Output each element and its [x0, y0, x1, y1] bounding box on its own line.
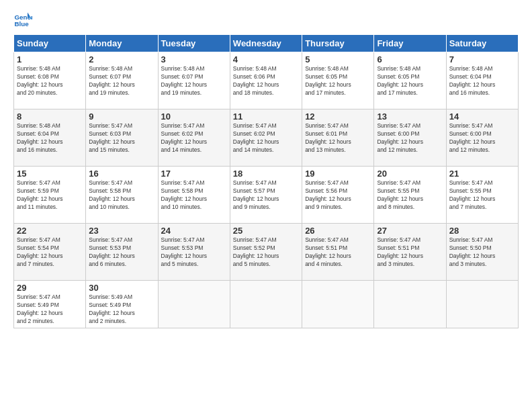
calendar-cell [158, 281, 230, 328]
day-info: Sunrise: 5:47 AM Sunset: 6:02 PM Dayligh… [161, 122, 227, 154]
day-info: Sunrise: 5:48 AM Sunset: 6:08 PM Dayligh… [17, 65, 83, 97]
header: General Blue [13, 10, 519, 29]
day-info: Sunrise: 5:48 AM Sunset: 6:04 PM Dayligh… [449, 65, 515, 97]
calendar-cell: 24Sunrise: 5:47 AM Sunset: 5:53 PM Dayli… [158, 224, 230, 281]
calendar-header-saturday: Saturday [446, 35, 518, 52]
day-info: Sunrise: 5:47 AM Sunset: 5:55 PM Dayligh… [377, 179, 443, 212]
calendar-week-row: 15Sunrise: 5:47 AM Sunset: 5:59 PM Dayli… [14, 167, 519, 224]
calendar-cell: 9Sunrise: 5:47 AM Sunset: 6:03 PM Daylig… [86, 109, 158, 167]
day-info: Sunrise: 5:48 AM Sunset: 6:04 PM Dayligh… [17, 122, 83, 154]
calendar-header-tuesday: Tuesday [158, 35, 230, 52]
day-info: Sunrise: 5:47 AM Sunset: 5:51 PM Dayligh… [305, 236, 371, 269]
day-number: 30 [89, 283, 154, 293]
calendar-cell: 1Sunrise: 5:48 AM Sunset: 6:08 PM Daylig… [14, 52, 86, 109]
calendar-header-monday: Monday [86, 35, 158, 52]
day-number: 27 [377, 226, 443, 236]
day-info: Sunrise: 5:47 AM Sunset: 5:52 PM Dayligh… [233, 236, 299, 269]
day-number: 8 [17, 111, 83, 122]
day-info: Sunrise: 5:47 AM Sunset: 5:59 PM Dayligh… [17, 179, 83, 212]
calendar-cell: 27Sunrise: 5:47 AM Sunset: 5:51 PM Dayli… [374, 224, 446, 281]
page: General Blue SundayMondayTuesdayWednesda… [0, 0, 532, 411]
calendar-cell: 14Sunrise: 5:47 AM Sunset: 6:00 PM Dayli… [446, 109, 518, 167]
day-number: 25 [233, 226, 299, 236]
day-number: 12 [305, 111, 371, 122]
calendar-cell: 21Sunrise: 5:47 AM Sunset: 5:55 PM Dayli… [446, 167, 518, 224]
logo: General Blue [13, 10, 35, 29]
calendar-cell: 20Sunrise: 5:47 AM Sunset: 5:55 PM Dayli… [374, 167, 446, 224]
calendar-cell: 6Sunrise: 5:48 AM Sunset: 6:05 PM Daylig… [374, 52, 446, 109]
day-info: Sunrise: 5:47 AM Sunset: 6:03 PM Dayligh… [89, 122, 154, 154]
calendar-header-row: SundayMondayTuesdayWednesdayThursdayFrid… [14, 35, 519, 52]
calendar-cell: 29Sunrise: 5:47 AM Sunset: 5:49 PM Dayli… [14, 281, 86, 328]
calendar-cell: 18Sunrise: 5:47 AM Sunset: 5:57 PM Dayli… [230, 167, 302, 224]
calendar-header-friday: Friday [374, 35, 446, 52]
day-number: 24 [161, 226, 227, 236]
calendar-cell [230, 281, 302, 328]
day-info: Sunrise: 5:48 AM Sunset: 6:07 PM Dayligh… [161, 65, 227, 97]
calendar-table: SundayMondayTuesdayWednesdayThursdayFrid… [13, 34, 519, 328]
day-info: Sunrise: 5:47 AM Sunset: 5:49 PM Dayligh… [17, 293, 83, 326]
calendar-cell: 28Sunrise: 5:47 AM Sunset: 5:50 PM Dayli… [446, 224, 518, 281]
calendar-cell [302, 281, 374, 328]
day-number: 22 [17, 226, 83, 236]
day-info: Sunrise: 5:49 AM Sunset: 5:49 PM Dayligh… [89, 293, 154, 326]
day-info: Sunrise: 5:47 AM Sunset: 6:02 PM Dayligh… [233, 122, 299, 154]
day-number: 7 [449, 54, 515, 64]
calendar-header-thursday: Thursday [302, 35, 374, 52]
day-info: Sunrise: 5:48 AM Sunset: 6:05 PM Dayligh… [305, 65, 371, 97]
day-info: Sunrise: 5:47 AM Sunset: 5:50 PM Dayligh… [449, 236, 515, 269]
day-number: 28 [449, 226, 515, 236]
calendar-cell: 23Sunrise: 5:47 AM Sunset: 5:53 PM Dayli… [86, 224, 158, 281]
calendar-cell [374, 281, 446, 328]
day-number: 1 [17, 54, 83, 64]
day-info: Sunrise: 5:47 AM Sunset: 6:00 PM Dayligh… [377, 122, 443, 154]
day-number: 14 [449, 111, 515, 122]
calendar-cell: 10Sunrise: 5:47 AM Sunset: 6:02 PM Dayli… [158, 109, 230, 167]
calendar-cell [446, 281, 518, 328]
calendar-cell: 5Sunrise: 5:48 AM Sunset: 6:05 PM Daylig… [302, 52, 374, 109]
calendar-cell: 3Sunrise: 5:48 AM Sunset: 6:07 PM Daylig… [158, 52, 230, 109]
day-number: 19 [305, 169, 371, 179]
calendar-cell: 16Sunrise: 5:47 AM Sunset: 5:58 PM Dayli… [86, 167, 158, 224]
day-number: 21 [449, 169, 515, 179]
day-number: 3 [161, 54, 227, 64]
day-info: Sunrise: 5:47 AM Sunset: 5:51 PM Dayligh… [377, 236, 443, 269]
day-info: Sunrise: 5:48 AM Sunset: 6:05 PM Dayligh… [377, 65, 443, 97]
day-number: 16 [89, 169, 154, 179]
calendar-cell: 17Sunrise: 5:47 AM Sunset: 5:58 PM Dayli… [158, 167, 230, 224]
day-number: 11 [233, 111, 299, 122]
day-number: 2 [89, 54, 154, 64]
day-info: Sunrise: 5:47 AM Sunset: 6:01 PM Dayligh… [305, 122, 371, 154]
calendar-cell: 11Sunrise: 5:47 AM Sunset: 6:02 PM Dayli… [230, 109, 302, 167]
day-info: Sunrise: 5:47 AM Sunset: 6:00 PM Dayligh… [449, 122, 515, 154]
calendar-cell: 30Sunrise: 5:49 AM Sunset: 5:49 PM Dayli… [86, 281, 158, 328]
calendar-cell: 26Sunrise: 5:47 AM Sunset: 5:51 PM Dayli… [302, 224, 374, 281]
calendar-cell: 4Sunrise: 5:48 AM Sunset: 6:06 PM Daylig… [230, 52, 302, 109]
day-number: 13 [377, 111, 443, 122]
calendar-header-wednesday: Wednesday [230, 35, 302, 52]
calendar-week-row: 1Sunrise: 5:48 AM Sunset: 6:08 PM Daylig… [14, 52, 519, 109]
calendar-week-row: 8Sunrise: 5:48 AM Sunset: 6:04 PM Daylig… [14, 109, 519, 167]
logo-icon: General Blue [13, 10, 32, 29]
calendar-header-sunday: Sunday [14, 35, 86, 52]
calendar-cell: 15Sunrise: 5:47 AM Sunset: 5:59 PM Dayli… [14, 167, 86, 224]
calendar-cell: 22Sunrise: 5:47 AM Sunset: 5:54 PM Dayli… [14, 224, 86, 281]
calendar-week-row: 22Sunrise: 5:47 AM Sunset: 5:54 PM Dayli… [14, 224, 519, 281]
day-number: 9 [89, 111, 154, 122]
day-number: 15 [17, 169, 83, 179]
day-number: 29 [17, 283, 83, 293]
day-number: 18 [233, 169, 299, 179]
day-info: Sunrise: 5:47 AM Sunset: 5:54 PM Dayligh… [17, 236, 83, 269]
calendar-cell: 19Sunrise: 5:47 AM Sunset: 5:56 PM Dayli… [302, 167, 374, 224]
day-number: 26 [305, 226, 371, 236]
day-number: 6 [377, 54, 443, 64]
day-info: Sunrise: 5:47 AM Sunset: 5:58 PM Dayligh… [89, 179, 154, 212]
calendar-cell: 13Sunrise: 5:47 AM Sunset: 6:00 PM Dayli… [374, 109, 446, 167]
day-info: Sunrise: 5:47 AM Sunset: 5:58 PM Dayligh… [161, 179, 227, 212]
day-info: Sunrise: 5:48 AM Sunset: 6:06 PM Dayligh… [233, 65, 299, 97]
calendar-cell: 12Sunrise: 5:47 AM Sunset: 6:01 PM Dayli… [302, 109, 374, 167]
day-number: 4 [233, 54, 299, 64]
day-info: Sunrise: 5:47 AM Sunset: 5:53 PM Dayligh… [161, 236, 227, 269]
calendar-cell: 2Sunrise: 5:48 AM Sunset: 6:07 PM Daylig… [86, 52, 158, 109]
day-number: 23 [89, 226, 154, 236]
